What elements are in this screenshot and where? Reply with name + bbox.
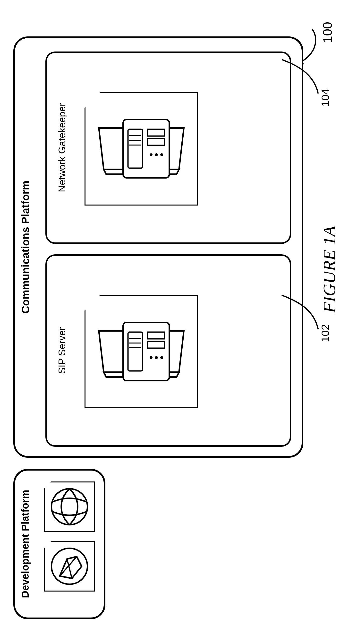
svg-rect-7 — [123, 322, 169, 381]
svg-point-28 — [160, 153, 163, 156]
communications-platform-title: Communications Platform — [20, 174, 32, 320]
development-platform-box: Development Platform — [13, 469, 106, 619]
ref-102-leader — [279, 293, 320, 334]
svg-point-16 — [160, 356, 163, 359]
diagram-page: 100 Development Platform — [0, 0, 349, 644]
gatekeeper-server-icon-frame — [84, 92, 198, 206]
svg-point-26 — [150, 153, 152, 156]
ref-102: 102 — [319, 324, 332, 342]
ref-104-leader — [279, 57, 320, 98]
dev-icon-globe — [44, 482, 95, 532]
svg-line-3 — [67, 559, 72, 578]
communications-platform-box: Communications Platform SIP Server — [13, 36, 303, 458]
svg-point-15 — [155, 356, 158, 359]
server-icon — [86, 93, 197, 204]
network-gatekeeper-label: Network Gatekeeper — [56, 94, 68, 201]
svg-line-4 — [60, 556, 77, 576]
svg-rect-19 — [123, 120, 169, 178]
figure-label: FIGURE 1A — [319, 226, 340, 313]
dev-icon-edit — [44, 541, 95, 592]
svg-point-14 — [150, 356, 152, 359]
server-icon — [86, 296, 197, 408]
svg-point-27 — [155, 153, 158, 156]
sip-server-label: SIP Server — [56, 322, 68, 380]
ref-104: 104 — [319, 89, 332, 106]
development-platform-title: Development Platform — [20, 480, 31, 608]
sip-server-box: SIP Server — [46, 254, 291, 447]
network-gatekeeper-box: Network Gatekeeper — [46, 52, 291, 244]
sip-server-icon-frame — [84, 295, 198, 408]
svg-point-0 — [52, 489, 88, 525]
